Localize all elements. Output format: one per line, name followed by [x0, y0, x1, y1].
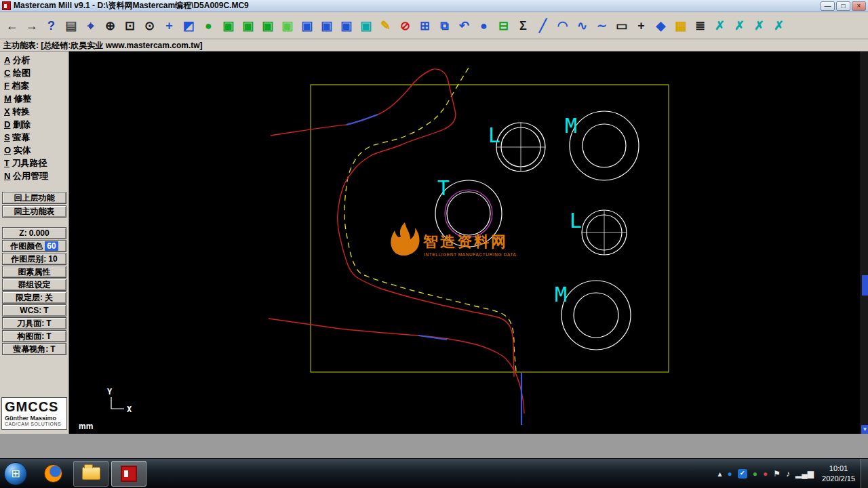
main-menu-button[interactable]: 回主功能表: [2, 205, 66, 218]
spline-button[interactable]: ∼: [592, 15, 612, 37]
security-shield-icon[interactable]: ✔: [738, 469, 747, 479]
curve-button[interactable]: ∿: [572, 15, 592, 37]
part-contour-dashed: [344, 68, 516, 371]
scrollbar-down-arrow[interactable]: ▼: [861, 425, 868, 434]
xform-rotate-button[interactable]: ✗: [730, 15, 749, 37]
backup-menu-button[interactable]: 回上层功能: [2, 192, 66, 204]
taskbar-browser-button[interactable]: [35, 461, 71, 487]
status-blue-icon[interactable]: ●: [728, 470, 732, 478]
network-signal-icon[interactable]: ▂▄▆: [795, 470, 814, 478]
cursor-query-button[interactable]: ⌖: [81, 15, 100, 37]
zoom-target-button[interactable]: ⊙: [140, 15, 159, 37]
mastercam-app-icon[interactable]: [2, 1, 11, 10]
delete-button[interactable]: ✎: [376, 15, 395, 37]
file-open-button[interactable]: ▦: [671, 15, 690, 37]
wcs-button[interactable]: WCS:T: [2, 304, 66, 317]
menu-item-analyze[interactable]: A 分析: [1, 54, 67, 67]
volume-icon[interactable]: ♪: [786, 470, 790, 478]
draw-level-button[interactable]: 作图层别:10: [2, 253, 66, 265]
limit-level-button[interactable]: 限定层:关: [2, 291, 66, 304]
help-button[interactable]: ?: [41, 15, 61, 37]
menu-item-file[interactable]: F 档案: [1, 80, 67, 93]
view-top-button[interactable]: ▣: [238, 15, 258, 37]
forward-icon: →: [26, 20, 38, 32]
cplane-iso-icon: ▣: [360, 20, 372, 32]
menu-item-toolpaths[interactable]: T 刀具路径: [1, 157, 67, 170]
window-tile-icon: ⧉: [440, 20, 449, 32]
pan-button[interactable]: +: [159, 15, 179, 37]
minimize-button[interactable]: —: [821, 1, 835, 11]
undelete-button[interactable]: ⊘: [395, 15, 415, 37]
cplane-front-icon: ▣: [321, 20, 332, 32]
sum-button[interactable]: Σ: [513, 15, 533, 37]
point-button[interactable]: +: [631, 15, 651, 37]
web-button[interactable]: ●: [474, 15, 494, 37]
status-red-icon[interactable]: ●: [763, 470, 768, 478]
line-button[interactable]: ╱: [533, 15, 553, 37]
back-button[interactable]: ←: [2, 15, 22, 37]
window-shift-button[interactable]: ⊞: [415, 15, 435, 37]
attributes-button[interactable]: 图素属性: [2, 266, 66, 278]
xform-scale-button[interactable]: ✗: [749, 15, 769, 37]
view-front-button[interactable]: ▣: [258, 15, 277, 37]
zoom-window-button[interactable]: ⊡: [120, 15, 140, 37]
zoom-window-icon: ⊡: [125, 20, 135, 32]
taskbar-mastercam-button[interactable]: [111, 461, 146, 487]
menu-item-modify[interactable]: M 修整: [1, 93, 67, 106]
start-button[interactable]: ⊞: [4, 462, 27, 485]
forward-button[interactable]: →: [22, 15, 41, 37]
show-desktop-button[interactable]: [861, 459, 868, 488]
rectangle-button[interactable]: ▭: [612, 15, 631, 37]
z-depth-button[interactable]: Z:0.000: [2, 227, 66, 239]
undo-button[interactable]: ↶: [454, 15, 474, 37]
vertical-scrollbar[interactable]: ▼: [861, 52, 868, 434]
xform-offset-button[interactable]: ✗: [769, 15, 789, 37]
hole-counterbore-1: [570, 111, 639, 180]
capture-button[interactable]: ⊟: [494, 15, 513, 37]
menu-item-xform[interactable]: X 转换: [1, 106, 67, 119]
zoom-fit-button[interactable]: ◩: [179, 15, 199, 37]
limit-level-label: 限定层:: [16, 292, 43, 304]
taskbar-clock[interactable]: 10:01 2020/2/15: [816, 464, 861, 484]
xform-offset-icon: ✗: [774, 20, 784, 32]
draw-color-button[interactable]: 作图颜色60: [2, 240, 66, 252]
zoom-fit-icon: ◩: [183, 20, 195, 32]
taskbar-explorer-button[interactable]: [73, 461, 108, 487]
menu-item-nc-utils[interactable]: N 公用管理: [1, 170, 67, 183]
web-icon: ●: [480, 20, 488, 32]
repaint-button[interactable]: ●: [199, 15, 218, 37]
unit-label: mm: [79, 422, 93, 431]
xform-mirror-button[interactable]: ✗: [710, 15, 730, 37]
graphics-view-button[interactable]: 萤幕视角:T: [2, 343, 66, 355]
cad-drawing[interactable]: 智造资料网 INTELLIGENT MANUFACTURING DATA Y X…: [69, 52, 868, 434]
view-isometric-button[interactable]: ▣: [218, 15, 238, 37]
menu-item-solids[interactable]: O 实体: [1, 144, 67, 157]
groups-button[interactable]: 群组设定: [2, 279, 66, 291]
view-side-button[interactable]: ▣: [277, 15, 297, 37]
scrollbar-thumb[interactable]: [862, 275, 868, 296]
construction-plane-button[interactable]: 构图面:T: [2, 330, 66, 342]
cplane-side-button[interactable]: ▣: [336, 15, 356, 37]
axis-x-label: X: [127, 405, 132, 414]
cplane-top-button[interactable]: ▣: [297, 15, 317, 37]
wcs-value: T: [43, 306, 48, 315]
status-green-icon[interactable]: ●: [753, 470, 757, 478]
window-tile-button[interactable]: ⧉: [435, 15, 454, 37]
action-center-flag-icon[interactable]: ⚑: [773, 470, 781, 478]
menu-item-create[interactable]: C 绘图: [1, 67, 67, 80]
solids-button[interactable]: ◆: [651, 15, 671, 37]
notepad-button[interactable]: ▤: [61, 15, 81, 37]
menu-item-screen[interactable]: S 萤幕: [1, 131, 67, 144]
maximize-button[interactable]: □: [836, 1, 850, 11]
levels-button[interactable]: ≣: [690, 15, 710, 37]
view-side-icon: ▣: [281, 20, 293, 32]
graphics-canvas[interactable]: 智造资料网 INTELLIGENT MANUFACTURING DATA Y X…: [69, 52, 868, 434]
close-button[interactable]: ×: [852, 1, 866, 11]
tool-plane-button[interactable]: 刀具面:T: [2, 317, 66, 329]
zoom-in-button[interactable]: ⊕: [100, 15, 120, 37]
arc-button[interactable]: ◠: [553, 15, 572, 37]
hidden-icons-chevron-icon[interactable]: ▴: [718, 470, 722, 478]
cplane-front-button[interactable]: ▣: [317, 15, 336, 37]
cplane-iso-button[interactable]: ▣: [356, 15, 376, 37]
menu-item-delete[interactable]: D 删除: [1, 119, 67, 131]
